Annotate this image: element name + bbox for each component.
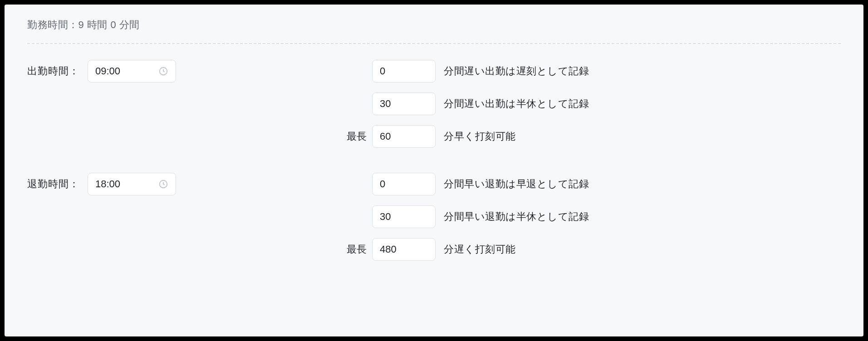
early-clockin-value: 60 <box>380 131 391 142</box>
work-hours-summary: 勤務時間：9 時間 0 分間 <box>27 18 841 32</box>
on-duty-section: 出勤時間： 09:00 0 分間遅い出勤は遅刻として記録 30 <box>27 60 841 148</box>
off-duty-rules: 0 分間早い退勤は早退として記録 30 分間早い退勤は半休として記録 最長 48… <box>345 173 589 261</box>
off-duty-time-value: 18:00 <box>95 178 158 190</box>
late-threshold-input[interactable]: 0 <box>372 60 436 83</box>
half-early-row: 30 分間早い退勤は半休として記録 <box>345 205 589 228</box>
half-late-row: 30 分間遅い出勤は半休として記録 <box>345 93 589 115</box>
off-duty-section: 退勤時間： 18:00 0 分間早い退勤は早退として記録 30 <box>27 173 841 261</box>
off-duty-label: 退勤時間： <box>27 177 79 191</box>
off-duty-time-input[interactable]: 18:00 <box>88 173 176 195</box>
late-clockout-value: 480 <box>380 244 397 255</box>
workhours-panel: 勤務時間：9 時間 0 分間 出勤時間： 09:00 0 分間遅い出勤は遅刻とし… <box>5 5 863 336</box>
late-clockout-input[interactable]: 480 <box>372 238 436 261</box>
late-threshold-row: 0 分間遅い出勤は遅刻として記録 <box>345 60 589 83</box>
half-late-value: 30 <box>380 98 391 110</box>
early-leave-input[interactable]: 0 <box>372 173 436 195</box>
half-early-input[interactable]: 30 <box>372 205 436 228</box>
late-clockout-prefix: 最長 <box>345 243 372 256</box>
early-clockin-suffix: 分早く打刻可能 <box>444 130 516 143</box>
half-late-suffix: 分間遅い出勤は半休として記録 <box>444 97 589 111</box>
early-clockin-input[interactable]: 60 <box>372 125 436 148</box>
off-duty-left: 退勤時間： 18:00 <box>27 173 345 195</box>
late-threshold-value: 0 <box>380 65 385 77</box>
late-threshold-suffix: 分間遅い出勤は遅刻として記録 <box>444 64 589 78</box>
divider <box>27 43 841 44</box>
early-leave-suffix: 分間早い退勤は早退として記録 <box>444 177 589 191</box>
on-duty-time-input[interactable]: 09:00 <box>88 60 176 83</box>
late-clockout-row: 最長 480 分遅く打刻可能 <box>345 238 589 261</box>
half-early-value: 30 <box>380 211 391 223</box>
half-late-input[interactable]: 30 <box>372 93 436 115</box>
early-leave-value: 0 <box>380 178 385 190</box>
clock-icon <box>158 66 168 76</box>
early-leave-row: 0 分間早い退勤は早退として記録 <box>345 173 589 195</box>
on-duty-left: 出勤時間： 09:00 <box>27 60 345 83</box>
clock-icon <box>158 179 168 189</box>
on-duty-label: 出勤時間： <box>27 64 79 78</box>
late-clockout-suffix: 分遅く打刻可能 <box>444 243 516 256</box>
early-clockin-row: 最長 60 分早く打刻可能 <box>345 125 589 148</box>
half-early-suffix: 分間早い退勤は半休として記録 <box>444 210 589 224</box>
on-duty-rules: 0 分間遅い出勤は遅刻として記録 30 分間遅い出勤は半休として記録 最長 60… <box>345 60 589 148</box>
early-clockin-prefix: 最長 <box>345 130 372 143</box>
on-duty-time-value: 09:00 <box>95 65 158 77</box>
